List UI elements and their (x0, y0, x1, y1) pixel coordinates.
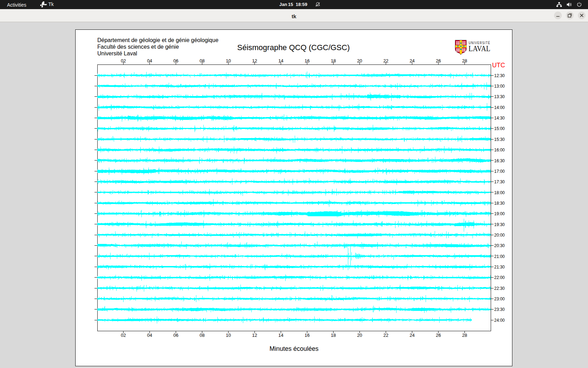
svg-text:04: 04 (147, 58, 152, 63)
svg-text:18: 18 (331, 58, 336, 63)
svg-text:12: 12 (252, 333, 257, 338)
svg-text:14: 14 (278, 58, 283, 63)
svg-text:22: 22 (383, 58, 388, 63)
svg-text:26: 26 (436, 333, 441, 338)
svg-text:10: 10 (226, 58, 231, 63)
svg-text:08: 08 (200, 58, 204, 63)
svg-text:21:30: 21:30 (494, 265, 505, 270)
svg-text:22:00: 22:00 (494, 275, 505, 280)
svg-text:14:30: 14:30 (494, 116, 505, 121)
svg-text:16:30: 16:30 (494, 158, 505, 163)
svg-text:20:30: 20:30 (494, 243, 505, 248)
svg-text:20: 20 (357, 333, 362, 338)
svg-text:18: 18 (331, 333, 336, 338)
svg-text:28: 28 (462, 58, 467, 63)
svg-text:24:00: 24:00 (494, 318, 505, 323)
svg-text:22: 22 (383, 333, 388, 338)
svg-text:16:00: 16:00 (494, 148, 505, 152)
svg-text:15:00: 15:00 (494, 126, 505, 131)
svg-text:15:30: 15:30 (494, 137, 505, 142)
svg-text:21:00: 21:00 (494, 254, 505, 259)
svg-text:Minutes écoulées: Minutes écoulées (270, 345, 318, 352)
svg-text:02: 02 (121, 58, 126, 63)
svg-text:02: 02 (121, 333, 126, 338)
svg-text:16: 16 (304, 333, 309, 338)
svg-text:Département de géologie et de: Département de géologie et de génie géol… (97, 37, 218, 43)
svg-text:12:30: 12:30 (494, 73, 505, 78)
svg-text:08: 08 (200, 333, 204, 338)
svg-text:17:30: 17:30 (494, 179, 505, 184)
svg-text:14: 14 (278, 333, 283, 338)
svg-text:14:00: 14:00 (494, 105, 505, 110)
svg-text:24: 24 (410, 58, 414, 63)
svg-text:LAVAL: LAVAL (469, 44, 491, 53)
svg-text:20:00: 20:00 (494, 233, 505, 238)
svg-text:24: 24 (410, 333, 414, 338)
svg-text:28: 28 (462, 333, 467, 338)
svg-text:13:00: 13:00 (494, 84, 505, 89)
svg-text:18:30: 18:30 (494, 201, 505, 206)
svg-text:18:00: 18:00 (494, 190, 505, 195)
svg-text:23:30: 23:30 (494, 307, 505, 312)
svg-text:22:30: 22:30 (494, 286, 505, 291)
svg-text:23:00: 23:00 (494, 297, 505, 301)
svg-text:06: 06 (173, 58, 178, 63)
svg-text:UTC: UTC (492, 62, 505, 69)
svg-text:16: 16 (304, 58, 309, 63)
svg-text:13:30: 13:30 (494, 94, 505, 99)
svg-text:12: 12 (252, 58, 257, 63)
svg-text:26: 26 (436, 58, 441, 63)
svg-text:10: 10 (226, 333, 231, 338)
svg-text:19:00: 19:00 (494, 211, 505, 216)
svg-text:04: 04 (147, 333, 152, 338)
svg-text:Séismographe QCQ (CGC/GSC): Séismographe QCQ (CGC/GSC) (237, 43, 350, 52)
svg-text:Université Laval: Université Laval (97, 50, 137, 56)
svg-text:06: 06 (173, 333, 178, 338)
svg-text:17:00: 17:00 (494, 169, 505, 174)
svg-text:Faculté des sciences et de gén: Faculté des sciences et de génie (97, 44, 179, 50)
svg-text:19:30: 19:30 (494, 222, 505, 227)
svg-text:20: 20 (357, 58, 362, 63)
